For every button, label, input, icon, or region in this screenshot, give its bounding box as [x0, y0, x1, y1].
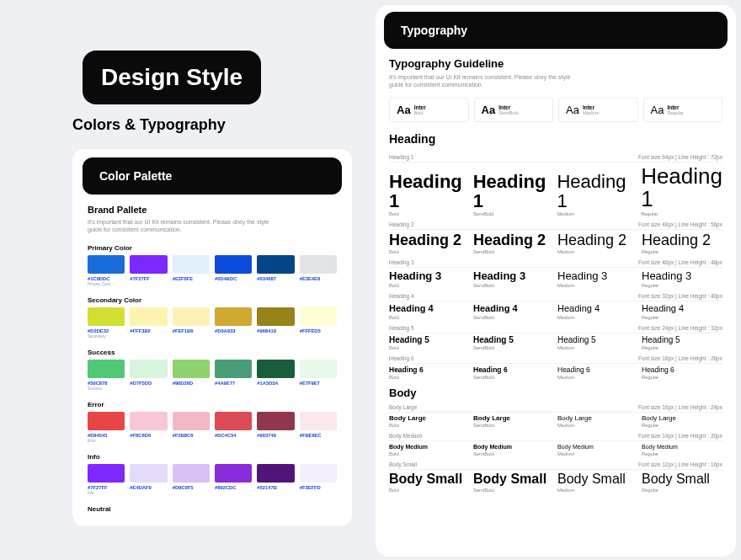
- heading-weight-label: Bold: [389, 451, 470, 456]
- heading-sample: Body Small: [642, 472, 722, 487]
- heading-sample: Heading 3: [642, 270, 722, 282]
- color-swatch: #1A5D3A: [257, 360, 294, 391]
- heading-sample: Body Large: [642, 415, 722, 422]
- color-swatch: #E84545Error: [88, 412, 125, 443]
- heading-weight-label: Bold: [389, 375, 470, 380]
- color-hex: #FBE8EC: [300, 433, 337, 438]
- color-chip: [215, 307, 252, 326]
- brand-pallete-title: Brand Pallete: [88, 205, 337, 215]
- color-swatch: #D7F5DD: [130, 360, 167, 391]
- color-sublabel: Info: [88, 491, 125, 495]
- color-hex: #968419: [257, 328, 294, 333]
- color-chip: [257, 412, 294, 430]
- heading-sample: Heading 3: [557, 270, 638, 282]
- heading-sample: Heading 2: [473, 232, 554, 248]
- heading-weight-label: Medium: [557, 375, 638, 380]
- color-chip: [215, 360, 252, 378]
- color-hex: #D2DE32: [88, 328, 125, 333]
- colors-typography-subtitle: Colors & Typography: [72, 116, 352, 134]
- heading-sample: Body Large: [473, 415, 554, 422]
- heading-level-label: Heading 6: [389, 355, 414, 361]
- color-hex: #90D26D: [173, 381, 210, 386]
- color-chip: [130, 307, 167, 326]
- color-chip: [173, 307, 210, 326]
- heading-weight-label: SemiBold: [473, 375, 554, 380]
- color-hex: #50C878: [88, 381, 125, 386]
- color-swatch: #F2B8C6: [173, 412, 210, 443]
- heading-sample: Body Small: [473, 472, 554, 487]
- heading-weight-label: Bold: [389, 345, 470, 350]
- color-sublabel: Secondary: [88, 334, 125, 339]
- heading-weight-label: Bold: [389, 211, 470, 216]
- heading-weight-label: Regular: [642, 451, 722, 456]
- heading-sample: Body Small: [389, 472, 470, 487]
- color-hex: #E4DAF9: [130, 485, 167, 490]
- color-hex: #0D4BDC: [215, 276, 252, 281]
- heading-sample: Heading 4: [642, 304, 722, 314]
- body-section-title: Body: [389, 387, 722, 399]
- heading-sample: Heading 3: [473, 270, 554, 282]
- color-swatch: #892CDC: [215, 464, 252, 495]
- color-chip: [173, 360, 210, 378]
- color-sublabel: Success: [88, 387, 125, 391]
- font-sample-box: AaInterBold: [389, 98, 469, 122]
- color-palette-header: Color Palette: [83, 157, 342, 195]
- color-swatch: #7F27FF: [130, 255, 167, 286]
- color-hex: #034687: [257, 276, 294, 281]
- color-chip: [257, 307, 294, 326]
- color-hex: #FFF3B0: [130, 328, 167, 333]
- heading-weight-label: Medium: [557, 249, 638, 254]
- heading-sample: Heading 5: [473, 336, 554, 345]
- color-chip: [257, 360, 294, 378]
- heading-weight-label: Regular: [642, 423, 722, 428]
- heading-weight-label: Medium: [557, 345, 638, 350]
- color-swatch: #E2F0FE: [173, 255, 210, 286]
- heading-spec: Font size 64px | Line Height : 72px: [638, 154, 722, 160]
- color-swatch: #50C878Success: [88, 360, 125, 391]
- color-chip: [300, 255, 337, 274]
- color-hex: #FEF1B6: [173, 328, 210, 333]
- color-chip: [88, 412, 125, 430]
- font-aa-glyph: Aa: [482, 104, 496, 116]
- color-swatch: #F3EFFD: [300, 464, 337, 495]
- heading-weight-label: Regular: [642, 283, 722, 288]
- color-swatch: #F8C6D6: [130, 412, 167, 443]
- heading-weight-label: Bold: [389, 423, 470, 428]
- font-sample-box: AaInterSemiBold: [474, 98, 554, 122]
- heading-sample: Heading 2: [642, 232, 722, 248]
- color-category-label: Primary Color: [88, 244, 337, 252]
- color-chip: [88, 307, 125, 326]
- heading-sample: Heading 2: [557, 232, 638, 248]
- font-weight-label: Bold: [414, 110, 426, 115]
- heading-sample: Heading 1: [557, 172, 637, 211]
- color-swatch: #D0A933: [215, 307, 252, 339]
- color-category-label: Error: [88, 401, 337, 408]
- font-name: Inter: [414, 104, 426, 110]
- heading-weight-label: Medium: [557, 211, 637, 216]
- heading-weight-label: Bold: [389, 315, 470, 320]
- font-aa-glyph: Aa: [397, 104, 411, 116]
- color-hex: #E3E4E8: [300, 276, 337, 281]
- heading-section-title: Heading: [389, 132, 722, 146]
- color-hex: #7F27FF: [88, 485, 125, 490]
- heading-level-label: Heading 5: [389, 325, 414, 331]
- heading-spec: Font size 18px | Line Height : 26px: [638, 355, 722, 361]
- typography-panel: Typography Typography Guideline It's imp…: [376, 5, 736, 557]
- heading-weight-label: SemiBold: [473, 283, 554, 288]
- color-swatch: #903749: [257, 412, 294, 443]
- font-weight-label: Regular: [667, 110, 683, 115]
- color-chip: [173, 412, 210, 430]
- font-aa-glyph: Aa: [651, 104, 664, 116]
- color-hex: #D7F5DD: [130, 381, 167, 386]
- color-swatch: #4A9E77: [215, 360, 252, 391]
- heading-sample: Heading 6: [642, 366, 722, 374]
- heading-weight-label: SemiBold: [473, 211, 554, 216]
- heading-level-label: Heading 3: [389, 259, 414, 265]
- heading-spec: Font size 16px | Line Height : 24px: [638, 404, 722, 410]
- heading-weight-label: Regular: [642, 315, 722, 320]
- heading-level-label: Body Medium: [389, 433, 423, 439]
- heading-sample: Heading 4: [389, 304, 470, 314]
- color-chip: [257, 464, 294, 483]
- brand-pallete-desc: It's important that our UI Kit remains c…: [88, 218, 281, 234]
- heading-sample: Body Medium: [557, 444, 638, 450]
